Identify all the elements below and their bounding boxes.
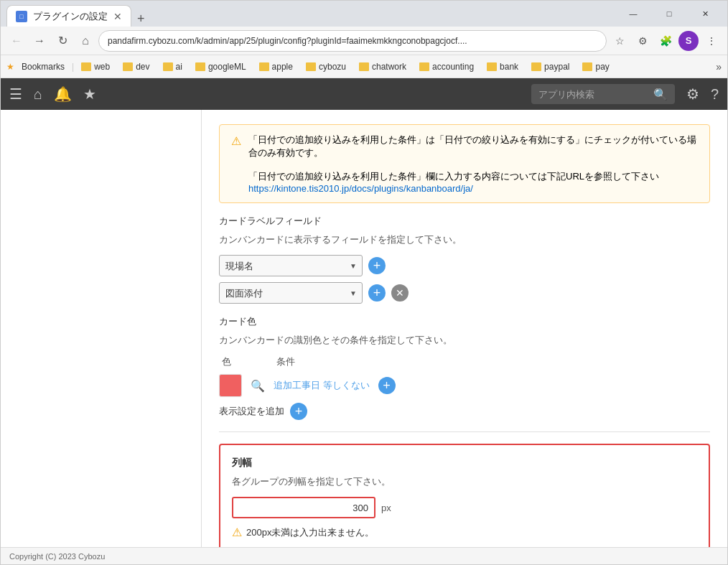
field-select-wrapper-2: 図面添付 [219,282,363,304]
address-bar: ← → ↻ ⌂ ☆ ⚙ 🧩 S ⋮ [1,27,727,55]
bookmark-bank[interactable]: bank [481,59,524,75]
bookmark-bank-label: bank [500,62,518,72]
folder-icon [487,62,497,71]
column-width-desc: 各グループの列幅を指定して下さい。 [232,475,697,488]
tab-close-btn[interactable]: ✕ [113,11,122,22]
sidebar [1,110,202,547]
bookmark-pay-label: pay [595,62,609,72]
color-header-condition: 条件 [276,355,295,368]
tab-title: プラグインの設定 [33,10,108,23]
folder-icon [163,62,173,71]
bookmark-pay[interactable]: pay [577,59,615,75]
address-input[interactable] [98,30,607,52]
condition-text: 追加工事日 等しくない [274,379,370,392]
folder-icon [259,62,269,71]
add-condition-button[interactable]: + [378,377,396,394]
divider [219,431,710,432]
notification-bell-icon[interactable]: 🔔 [54,85,72,103]
warning-box: ⚠ 「日付での追加絞り込みを利用した条件」は「日付での絞り込みを有効にする」にチ… [219,124,710,203]
hamburger-menu-icon[interactable]: ☰ [9,85,22,103]
bookmark-googleml-label: googleML [208,62,246,72]
bookmark-accounting[interactable]: accounting [414,59,480,75]
column-width-input[interactable] [232,497,375,518]
main-content: ⚠ 「日付での追加絞り込みを利用した条件」は「日付での絞り込みを有効にする」にチ… [1,110,727,547]
warning-content: 「日付での追加絞り込みを利用した条件」は「日付での絞り込みを有効にする」にチェッ… [248,134,698,194]
bookmark-apple-label: apple [272,62,293,72]
home-icon[interactable]: ⌂ [34,86,42,103]
app-search-icon[interactable]: 🔍 [653,88,668,101]
bookmark-chatwork[interactable]: chatwork [353,59,412,75]
address-icons: ☆ ⚙ 🧩 S ⋮ [610,31,722,51]
minimize-button[interactable]: — [617,2,650,25]
card-label-field-desc: カンバンカードに表示するフィールドを指定して下さい。 [219,233,710,246]
more-bookmarks-button[interactable]: » [716,61,722,73]
bookmark-bookmarks[interactable]: Bookmarks [16,59,70,75]
color-swatch[interactable] [219,374,242,397]
warning-text-line2: 「日付での追加絞り込みを利用した条件」欄に入力する内容については下記URLを参照… [248,170,698,183]
folder-icon [582,62,592,71]
bookmark-chatwork-label: chatwork [372,62,406,72]
folder-icon [195,62,205,71]
add-field-button-2[interactable]: + [368,284,386,302]
home-button[interactable]: ⌂ [75,31,95,51]
color-search-icon[interactable]: 🔍 [251,379,265,393]
add-display-label: 表示設定を追加 [219,405,284,418]
new-tab-button[interactable]: + [131,11,151,27]
bookmark-cybozu-label: cybozu [319,62,346,72]
footer: Copyright (C) 2023 Cybozu [1,547,727,564]
add-field-button-1[interactable]: + [368,257,386,274]
profile-button[interactable]: S [678,31,699,51]
warning-icon: ⚠ [231,134,241,194]
field-select-2[interactable]: 図面添付 [219,282,363,304]
column-width-input-row: px [232,497,697,518]
app-search-input[interactable] [538,89,649,100]
settings-icon-button[interactable]: ⚙ [633,31,653,51]
bookmark-accounting-label: accounting [432,62,474,72]
add-display-button[interactable]: + [290,403,307,420]
column-width-section: 列幅 各グループの列幅を指定して下さい。 px ⚠ 200px未満は入力出来ませ… [219,444,710,547]
add-display-row: 表示設定を追加 + [219,403,710,420]
folder-icon [123,62,133,71]
tab-favicon: □ [16,11,27,22]
forward-button[interactable]: → [29,31,50,51]
bookmark-cybozu[interactable]: cybozu [300,59,352,75]
maximize-button[interactable]: □ [653,2,686,25]
remove-field-button-2[interactable]: ✕ [391,284,409,302]
bookmark-ai[interactable]: ai [157,59,188,75]
field-select-wrapper-1: 現場名 [219,255,363,276]
bookmark-star-button[interactable]: ☆ [610,31,630,51]
bookmark-dev[interactable]: dev [117,59,155,75]
close-button[interactable]: ✕ [689,2,722,25]
bookmark-paypal[interactable]: paypal [526,59,575,75]
field-select-row-2: 図面添付 + ✕ [219,282,710,304]
bookmark-web[interactable]: web [75,59,116,75]
bookmark-web-label: web [94,62,110,72]
error-text: 200px未満は入力出来ません。 [246,526,374,539]
warning-text-line1: 「日付での追加絞り込みを利用した条件」は「日付での絞り込みを有効にする」にチェッ… [248,134,698,159]
bookmark-apple[interactable]: apple [253,59,299,75]
field-select-1[interactable]: 現場名 [219,255,363,276]
bookmark-ai-label: ai [176,62,182,72]
card-color-section: カード色 カンバンカードの識別色とその条件を指定して下さい。 色 条件 🔍 追加… [219,315,710,420]
active-tab[interactable]: □ プラグインの設定 ✕ [6,5,131,27]
back-button[interactable]: ← [6,31,27,51]
menu-button[interactable]: ⋮ [701,31,722,51]
help-icon[interactable]: ? [711,86,719,103]
refresh-button[interactable]: ↻ [52,31,73,51]
folder-icon [531,62,541,71]
bookmarks-star-icon: ★ [6,62,14,72]
bookmark-googleml[interactable]: googleML [190,59,252,75]
app-search-box: 🔍 [531,84,675,104]
error-row: ⚠ 200px未満は入力出来ません。 [232,526,697,539]
color-row: 🔍 追加工事日 等しくない + [219,374,710,397]
field-select-row-1: 現場名 + [219,255,710,276]
card-color-title: カード色 [219,315,710,328]
content-area: ⚠ 「日付での追加絞り込みを利用した条件」は「日付での絞り込みを有効にする」にチ… [202,110,727,547]
favorites-star-icon[interactable]: ★ [83,85,96,103]
column-width-title: 列幅 [232,457,697,470]
warning-link[interactable]: https://kintone.tis2010.jp/docs/plugins/… [248,183,473,194]
extensions-button[interactable]: 🧩 [655,31,676,51]
folder-icon [81,62,91,71]
gear-icon[interactable]: ⚙ [686,85,699,103]
folder-icon [306,62,316,71]
